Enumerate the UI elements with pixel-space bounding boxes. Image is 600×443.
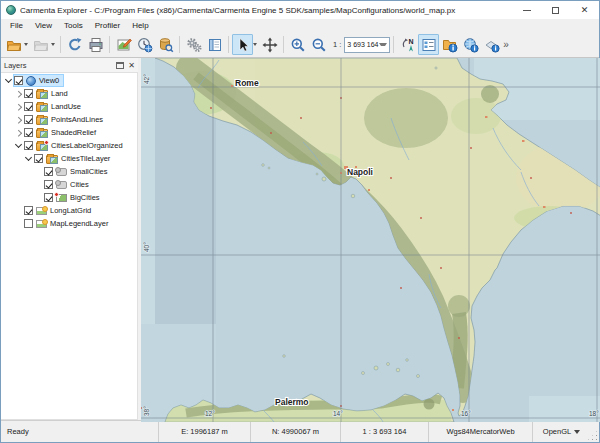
layer-row-view0[interactable]: View0 [1, 74, 137, 87]
layer-row-shadedrelief[interactable]: ShadedRelief [1, 126, 137, 139]
layers-panel: Layers ✕ View0 Land [1, 58, 138, 420]
expander-icon[interactable] [14, 102, 23, 111]
layer-checkbox[interactable] [24, 206, 33, 215]
select-tool-button[interactable] [232, 34, 253, 55]
expander-icon[interactable] [14, 128, 23, 137]
layers-tree: View0 Land LandUse [1, 72, 138, 420]
map-view[interactable]: 42° 40° 38° 12° 14° 16° 18° Rome Napoli … [141, 58, 599, 420]
select-tool-caret[interactable] [253, 43, 257, 46]
layer-row-citiestilelayer[interactable]: CitiesTileLayer [1, 152, 137, 165]
layer-gray-icon [56, 181, 67, 189]
expander-icon[interactable] [14, 115, 23, 124]
layer-row-smallcities[interactable]: SmallCities [1, 165, 137, 178]
notebook-icon [207, 37, 223, 53]
layer-row-citieslabelorganized[interactable]: CitiesLabelOrganized [1, 139, 137, 152]
layer-row-land[interactable]: Land [1, 87, 137, 100]
pan-tool-button[interactable] [259, 34, 280, 55]
resize-grip[interactable] [590, 421, 599, 442]
folder-icon [36, 116, 48, 125]
open-recent-caret[interactable] [51, 43, 55, 46]
window-title: Carmenta Explorer - C:/Program Files (x8… [20, 6, 508, 15]
layer-checkbox[interactable] [24, 102, 33, 111]
map-layer-badge-icon [56, 194, 67, 202]
status-northing: N: 4990067 m [250, 421, 340, 442]
map-canvas[interactable]: 42° 40° 38° 12° 14° 16° 18° Rome Napoli … [141, 58, 600, 422]
app-icon [6, 5, 16, 15]
tool-settings-button[interactable] [183, 34, 204, 55]
minimize-button[interactable] [512, 1, 541, 19]
layer-row-bigcities[interactable]: BigCities [1, 191, 137, 204]
layer-row-landuse[interactable]: LandUse [1, 100, 137, 113]
menu-file[interactable]: File [4, 19, 29, 32]
print-icon [88, 37, 104, 53]
expander-icon[interactable] [4, 76, 13, 85]
layer-row-maplegendlayer[interactable]: MapLegendLayer [1, 217, 137, 230]
database-search-button[interactable] [155, 34, 176, 55]
edit-map-button[interactable] [113, 34, 134, 55]
layer-checkbox[interactable] [44, 193, 53, 202]
expander-icon[interactable] [24, 154, 33, 163]
open-map-caret[interactable] [24, 43, 28, 46]
database-search-icon [158, 37, 174, 53]
scale-caret [379, 43, 388, 46]
zoom-out-button[interactable] [308, 34, 329, 55]
lon-label: 12° [205, 410, 215, 417]
layer-checkbox[interactable] [44, 180, 53, 189]
open-recent-button[interactable] [30, 34, 51, 55]
menu-tools[interactable]: Tools [58, 19, 89, 32]
layer-row-pointsandlines[interactable]: PointsAndLines [1, 113, 137, 126]
time-settings-button[interactable] [134, 34, 155, 55]
lat-label: 42° [143, 74, 150, 84]
north-arrow-button[interactable]: N [397, 34, 418, 55]
folder-icon [46, 155, 58, 164]
layer-checkbox[interactable] [34, 154, 43, 163]
image-layer-icon [36, 220, 47, 228]
scale-combobox[interactable]: 3 693 164 [344, 37, 390, 53]
menu-bar: File View Tools Profiler Help [1, 19, 599, 32]
maximize-button[interactable] [541, 1, 570, 19]
layers-panel-title: Layers [4, 61, 116, 70]
layer-row-longlatgrid[interactable]: LongLatGrid [1, 204, 137, 217]
refresh-button[interactable] [64, 34, 85, 55]
status-easting: E: 1996187 m [158, 421, 250, 442]
panel-close-icon[interactable]: ✕ [128, 62, 135, 69]
renderer-caret-icon [574, 430, 580, 434]
print-button[interactable] [85, 34, 106, 55]
expander-icon[interactable] [14, 89, 23, 98]
expander-icon[interactable] [14, 141, 23, 150]
status-renderer-dropdown[interactable]: OpenGL [532, 421, 590, 442]
close-button[interactable]: ✕ [570, 1, 599, 19]
zoom-in-icon [290, 37, 306, 53]
zoom-in-button[interactable] [287, 34, 308, 55]
side-panel-button[interactable] [204, 34, 225, 55]
layer-checkbox[interactable] [24, 128, 33, 137]
globe-icon [26, 76, 36, 86]
update-badge [54, 192, 59, 197]
menu-profiler[interactable]: Profiler [89, 19, 126, 32]
layer-checkbox[interactable] [24, 219, 33, 228]
layer-checkbox[interactable] [24, 141, 33, 150]
renderer-value: OpenGL [543, 427, 571, 436]
layer-checkbox[interactable] [14, 76, 23, 85]
map-info-button[interactable] [439, 34, 460, 55]
toolbar-separator [228, 36, 229, 53]
folder-info-icon [442, 37, 458, 53]
open-folder-icon [6, 37, 22, 53]
city-label-napoli: Napoli [347, 167, 373, 177]
layer-checkbox[interactable] [44, 167, 53, 176]
layer-row-cities[interactable]: Cities [1, 178, 137, 191]
toolbar-overflow-chevron[interactable]: » [503, 39, 509, 50]
menu-help[interactable]: Help [126, 19, 154, 32]
layer-checkbox[interactable] [24, 89, 33, 98]
city-label-palermo: Palermo [275, 397, 309, 407]
layer-checkbox[interactable] [24, 115, 33, 124]
layer-gray-icon [56, 168, 67, 176]
projection-info-button[interactable] [460, 34, 481, 55]
menu-view[interactable]: View [29, 19, 58, 32]
layer-info-button[interactable] [481, 34, 502, 55]
open-map-button[interactable] [3, 34, 24, 55]
panel-float-icon[interactable] [116, 62, 124, 69]
scale-prefix-label: 1 : [333, 40, 341, 49]
cursor-icon [235, 37, 251, 53]
layers-panel-toggle-button[interactable] [418, 34, 439, 55]
